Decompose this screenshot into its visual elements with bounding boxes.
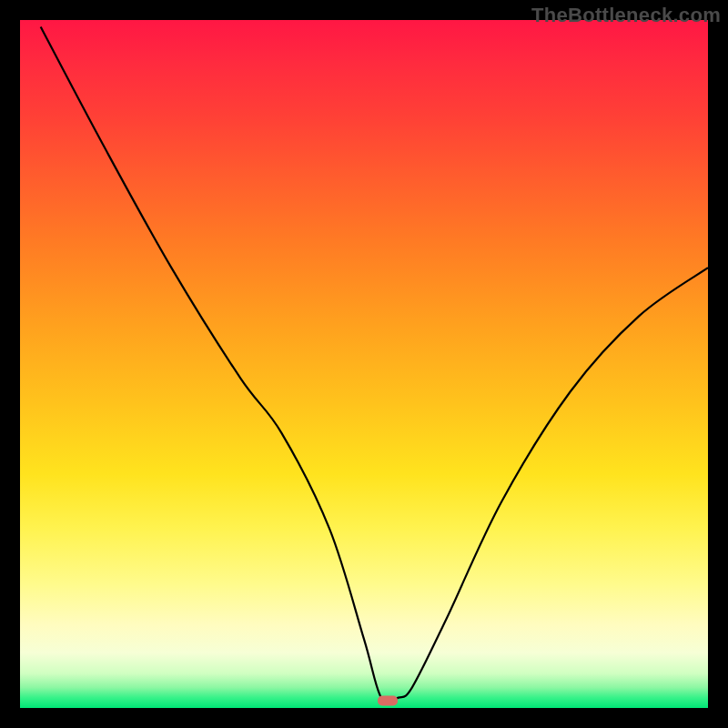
- optimum-marker: [378, 696, 398, 706]
- plot-area: [20, 20, 708, 708]
- series-curve: [20, 20, 708, 708]
- chart-stage: TheBottleneck.com: [0, 0, 728, 728]
- watermark-text: TheBottleneck.com: [531, 4, 721, 27]
- curve-path: [41, 27, 708, 703]
